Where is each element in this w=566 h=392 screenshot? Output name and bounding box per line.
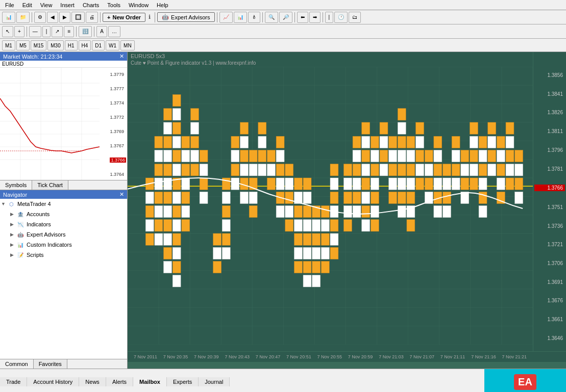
- tf-m1[interactable]: M1: [2, 40, 15, 50]
- menu-help[interactable]: Help: [153, 1, 173, 9]
- nav-indicators[interactable]: ▶ 📉 Indicators: [0, 219, 127, 229]
- navigator-content: ▼ ⬡ MetaTrader 4 ▶ 🏦 Accounts ▶ 📉 Indica…: [0, 199, 127, 359]
- zoom-btn[interactable]: 🔲: [71, 12, 85, 23]
- info-icon: ℹ: [146, 14, 153, 20]
- accounts-icon: 🏦: [16, 210, 24, 218]
- bar-chart-btn[interactable]: 📊: [234, 12, 247, 23]
- prev-icon: ◀: [51, 14, 55, 20]
- menu-window[interactable]: Window: [125, 1, 153, 9]
- next-btn[interactable]: ▶: [59, 12, 70, 23]
- line-chart-icon: 📈: [223, 14, 229, 20]
- menu-view[interactable]: View: [36, 1, 57, 9]
- tab-news[interactable]: News: [79, 377, 106, 386]
- tf-m5[interactable]: M5: [16, 40, 30, 50]
- ea-button[interactable]: EA: [484, 369, 566, 392]
- tf-d1[interactable]: D1: [92, 40, 105, 50]
- price-3706: 1.3706: [534, 260, 565, 266]
- time-11: 7 Nov 21:16: [471, 354, 496, 359]
- pnf-chart-canvas[interactable]: [128, 67, 533, 345]
- tab-tick-chart[interactable]: Tick Chart: [32, 180, 68, 190]
- new-chart-btn[interactable]: 📊: [2, 12, 15, 23]
- nav-mt4-label: MetaTrader 4: [17, 201, 51, 207]
- channel-btn[interactable]: ≡: [64, 26, 74, 37]
- clock-btn[interactable]: 🕐: [334, 12, 348, 23]
- tf-w1[interactable]: W1: [106, 40, 119, 50]
- time-3: 7 Nov 20:43: [225, 354, 250, 359]
- tab-account-history[interactable]: Account History: [27, 377, 79, 386]
- tab-symbols[interactable]: Symbols: [0, 180, 32, 190]
- tf-m15[interactable]: M15: [31, 40, 46, 50]
- tab-trade[interactable]: Trade: [0, 377, 27, 386]
- chart-scrollbar[interactable]: [128, 361, 566, 369]
- time-axis: 7 Nov 2011 7 Nov 20:35 7 Nov 20:39 7 Nov…: [128, 352, 533, 361]
- properties-btn[interactable]: ⚙: [34, 12, 46, 23]
- zoom-out-btn[interactable]: 🔎: [279, 12, 292, 23]
- menu-edit[interactable]: Edit: [18, 1, 36, 9]
- more-tools-btn[interactable]: …: [108, 26, 120, 37]
- tab-mailbox[interactable]: Mailbox: [133, 377, 167, 386]
- price-3751: 1.3751: [534, 204, 565, 210]
- tab-alerts[interactable]: Alerts: [106, 377, 133, 386]
- mt4-icon: ⬡: [7, 200, 15, 208]
- fib-btn[interactable]: 🔢: [79, 26, 92, 37]
- open-btn[interactable]: 📁: [16, 12, 30, 23]
- separator-4: [217, 12, 217, 22]
- navigator-tabs: Common Favorites: [0, 359, 127, 369]
- navigator-close[interactable]: ✕: [119, 191, 124, 198]
- time-10: 7 Nov 21:11: [440, 354, 465, 359]
- menu-tools[interactable]: Tools: [103, 1, 125, 9]
- text-btn[interactable]: A: [96, 26, 107, 37]
- left-panel: Market Watch: 21:23:34 ✕ EURUSD 1.3779 1…: [0, 52, 128, 369]
- nav-metatrader4[interactable]: ▼ ⬡ MetaTrader 4: [0, 199, 127, 209]
- period-sep-btn[interactable]: |: [325, 12, 334, 23]
- menu-charts[interactable]: Charts: [79, 1, 103, 9]
- hline-btn[interactable]: —: [29, 26, 41, 37]
- price-3811: 1.3811: [534, 128, 565, 134]
- nav-tab-favorites[interactable]: Favorites: [34, 359, 67, 369]
- menu-file[interactable]: File: [1, 1, 18, 9]
- scroll-left-btn[interactable]: ⬅: [297, 12, 308, 23]
- nav-tab-common[interactable]: Common: [0, 359, 34, 369]
- crosshair-btn[interactable]: +: [14, 26, 24, 37]
- nav-accounts[interactable]: ▶ 🏦 Accounts: [0, 209, 127, 219]
- template-btn[interactable]: 🗂: [349, 12, 361, 23]
- nav-scripts[interactable]: ▶ 📝 Scripts: [0, 250, 127, 260]
- tf-h1[interactable]: H1: [65, 40, 78, 50]
- scroll-right-btn[interactable]: ➡: [309, 12, 321, 23]
- price-3676: 1.3676: [534, 298, 565, 303]
- tline-btn[interactable]: ↗: [52, 26, 63, 37]
- cursor-icon: ↖: [6, 29, 10, 34]
- vline-btn[interactable]: |: [42, 26, 51, 37]
- print-icon: 🖨: [89, 14, 94, 20]
- tab-journal[interactable]: Journal: [199, 377, 230, 386]
- prev-btn[interactable]: ◀: [47, 12, 58, 23]
- cursor-btn[interactable]: ↖: [2, 26, 13, 37]
- separator-1: [32, 12, 32, 22]
- time-1: 7 Nov 20:35: [163, 354, 188, 359]
- separator-3: [155, 12, 155, 22]
- time-axis-row: 7 Nov 2011 7 Nov 20:35 7 Nov 20:39 7 Nov…: [128, 351, 566, 361]
- tf-h4[interactable]: H4: [79, 40, 91, 50]
- chart-area[interactable]: EURUSD 5x3 Cute ♥ Point & Figure indicat…: [128, 52, 533, 351]
- experts-icon: 🤖: [16, 230, 24, 239]
- market-watch-chart: 1.3779 1.3777 1.3774 1.3772 1.3769 1.376…: [0, 68, 127, 180]
- bar-chart-icon: 📊: [237, 14, 243, 20]
- scroll-right-icon: ➡: [313, 14, 317, 20]
- menu-bar: File Edit View Insert Charts Tools Windo…: [0, 0, 566, 10]
- tf-mn[interactable]: MN: [120, 40, 135, 50]
- tab-experts[interactable]: Experts: [167, 377, 199, 386]
- nav-custom-indicators[interactable]: ▶ 📊 Custom Indicators: [0, 240, 127, 250]
- new-order-btn[interactable]: + New Order: [103, 13, 145, 22]
- candle-btn[interactable]: 🕯: [248, 12, 260, 23]
- next-icon: ▶: [63, 14, 67, 20]
- market-watch-title: Market Watch: 21:23:34: [3, 54, 62, 60]
- expert-advisors-btn[interactable]: 🤖 Expert Advisors: [157, 12, 214, 22]
- line-chart-btn[interactable]: 📈: [219, 12, 233, 23]
- print-btn[interactable]: 🖨: [86, 12, 98, 23]
- tf-m30[interactable]: M30: [47, 40, 63, 50]
- nav-expert-advisors[interactable]: ▶ 🤖 Expert Advisors: [0, 229, 127, 240]
- menu-insert[interactable]: Insert: [56, 1, 79, 9]
- zoom-in-btn[interactable]: 🔍: [265, 12, 278, 23]
- market-watch-close[interactable]: ✕: [119, 53, 124, 60]
- scripts-icon: 📝: [16, 251, 24, 259]
